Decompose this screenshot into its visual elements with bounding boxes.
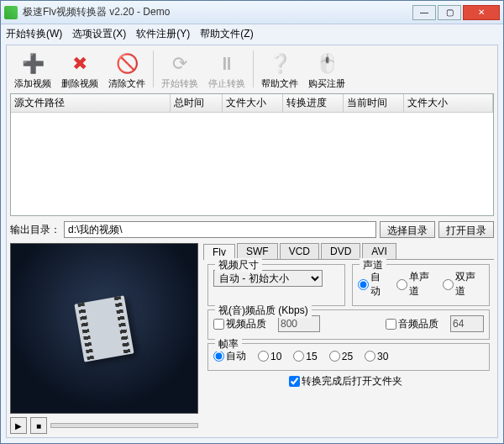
- help-icon: ❔: [266, 50, 293, 77]
- clear-files-icon: 🚫: [113, 50, 140, 77]
- fps-group: 帧率 自动 10 15 25 30: [207, 343, 490, 371]
- window-buttons: — ▢ ✕: [412, 5, 500, 20]
- menu-help[interactable]: 帮助文件(Z): [200, 27, 253, 41]
- format-tabs: Flv SWF VCD DVD AVI: [203, 243, 494, 260]
- tab-avi[interactable]: AVI: [362, 243, 396, 259]
- tab-body: 视频尺寸 自动 - 初始大小 声道 自动 单声道 双声道: [203, 260, 494, 434]
- file-list: 源文件路径 总时间 文件大小 转换进度 当前时间 文件大小: [10, 93, 494, 216]
- toolbar-separator-2: [253, 50, 254, 87]
- col-total-time[interactable]: 总时间: [171, 94, 223, 112]
- quality-legend: 视(音)频品质 (Kbps): [215, 304, 312, 318]
- channel-radios: 自动 单声道 双声道: [358, 270, 484, 299]
- video-size-legend: 视频尺寸: [215, 258, 262, 272]
- stop-convert-icon: ⏸: [213, 50, 240, 77]
- delete-video-icon: ✖: [66, 50, 93, 77]
- menubar: 开始转换(W) 选项设置(X) 软件注册(Y) 帮助文件(Z): [1, 24, 503, 43]
- delete-video-label: 删除视频: [61, 77, 98, 90]
- menu-register[interactable]: 软件注册(Y): [136, 27, 190, 41]
- buy-register-button[interactable]: 🖱️ 购买注册: [304, 50, 349, 90]
- app-icon: [4, 6, 18, 19]
- fps-radios: 自动 10 15 25 30: [213, 349, 484, 363]
- titlebar: 极速Flv视频转换器 v2.20 - Demo — ▢ ✕: [1, 1, 503, 24]
- col-out-size[interactable]: 文件大小: [404, 94, 493, 112]
- minimize-button[interactable]: —: [412, 5, 436, 20]
- toolbar: ➕ 添加视频 ✖ 删除视频 🚫 清除文件 ⟳ 开始转换 ⏸ 停止转换: [10, 49, 494, 93]
- quality-group: 视(音)频品质 (Kbps) 视频品质 音频品质: [207, 309, 490, 340]
- channel-stereo[interactable]: 双声道: [443, 270, 477, 299]
- lower-panel: ▶ ■ Flv SWF VCD DVD AVI 视频尺寸: [10, 243, 494, 434]
- output-label: 输出目录：: [10, 223, 60, 237]
- start-convert-button[interactable]: ⟳ 开始转换: [157, 50, 202, 90]
- open-folder-after-check[interactable]: 转换完成后打开文件夹: [289, 374, 402, 388]
- video-quality-check[interactable]: 视频品质: [213, 317, 266, 331]
- fps-25[interactable]: 25: [329, 351, 353, 362]
- output-path-input[interactable]: [64, 221, 376, 238]
- menu-start[interactable]: 开始转换(W): [6, 27, 62, 41]
- help-file-button[interactable]: ❔ 帮助文件: [257, 50, 302, 90]
- col-file-size[interactable]: 文件大小: [223, 94, 283, 112]
- tab-vcd[interactable]: VCD: [280, 243, 319, 259]
- settings-panel: Flv SWF VCD DVD AVI 视频尺寸 自动 - 初始大小: [203, 243, 494, 434]
- play-button[interactable]: ▶: [10, 417, 27, 434]
- add-video-label: 添加视频: [14, 77, 51, 90]
- choose-dir-button[interactable]: 选择目录: [380, 221, 435, 238]
- delete-video-button[interactable]: ✖ 删除视频: [57, 50, 102, 90]
- window-title: 极速Flv视频转换器 v2.20 - Demo: [23, 5, 412, 19]
- add-video-button[interactable]: ➕ 添加视频: [10, 50, 55, 90]
- stop-convert-button[interactable]: ⏸ 停止转换: [204, 50, 249, 90]
- channel-legend: 声道: [360, 258, 386, 272]
- start-convert-icon: ⟳: [166, 50, 193, 77]
- file-list-header: 源文件路径 总时间 文件大小 转换进度 当前时间 文件大小: [11, 94, 493, 113]
- output-row: 输出目录： 选择目录 打开目录: [10, 221, 494, 238]
- video-quality-input: [278, 315, 320, 332]
- channel-mono[interactable]: 单声道: [396, 270, 431, 299]
- video-size-group: 视频尺寸 自动 - 初始大小: [207, 264, 345, 306]
- app-window: 极速Flv视频转换器 v2.20 - Demo — ▢ ✕ 开始转换(W) 选项…: [0, 0, 504, 444]
- film-icon: [74, 295, 134, 362]
- start-convert-label: 开始转换: [161, 77, 198, 90]
- fps-10[interactable]: 10: [258, 351, 281, 362]
- col-source-path[interactable]: 源文件路径: [11, 94, 171, 112]
- preview-display: [10, 243, 198, 414]
- buy-icon: 🖱️: [313, 50, 340, 77]
- audio-quality-check[interactable]: 音频品质: [386, 317, 438, 331]
- tab-dvd[interactable]: DVD: [321, 243, 360, 259]
- play-controls: ▶ ■: [10, 417, 198, 434]
- file-list-body[interactable]: [11, 113, 493, 215]
- menu-options[interactable]: 选项设置(X): [72, 27, 126, 41]
- col-current-time[interactable]: 当前时间: [344, 94, 404, 112]
- audio-quality-input: [450, 315, 484, 332]
- add-video-icon: ➕: [19, 50, 46, 77]
- video-size-select[interactable]: 自动 - 初始大小: [213, 270, 323, 287]
- stop-button[interactable]: ■: [30, 417, 47, 434]
- fps-legend: 帧率: [215, 337, 242, 352]
- open-dir-button[interactable]: 打开目录: [438, 221, 494, 238]
- preview-panel: ▶ ■: [10, 243, 198, 434]
- clear-files-button[interactable]: 🚫 清除文件: [104, 50, 150, 90]
- channel-group: 声道 自动 单声道 双声道: [352, 264, 490, 306]
- content-area: ➕ 添加视频 ✖ 删除视频 🚫 清除文件 ⟳ 开始转换 ⏸ 停止转换: [6, 45, 498, 438]
- fps-30[interactable]: 30: [365, 351, 388, 362]
- close-button[interactable]: ✕: [463, 5, 500, 20]
- col-progress[interactable]: 转换进度: [283, 94, 344, 112]
- maximize-button[interactable]: ▢: [438, 5, 461, 20]
- seek-slider[interactable]: [50, 423, 198, 428]
- fps-15[interactable]: 15: [293, 351, 317, 362]
- toolbar-separator: [153, 50, 154, 87]
- tab-swf[interactable]: SWF: [237, 243, 278, 259]
- stop-convert-label: 停止转换: [208, 77, 245, 90]
- help-file-label: 帮助文件: [261, 77, 298, 90]
- buy-register-label: 购买注册: [308, 77, 345, 90]
- channel-auto[interactable]: 自动: [358, 270, 385, 299]
- clear-files-label: 清除文件: [108, 77, 145, 90]
